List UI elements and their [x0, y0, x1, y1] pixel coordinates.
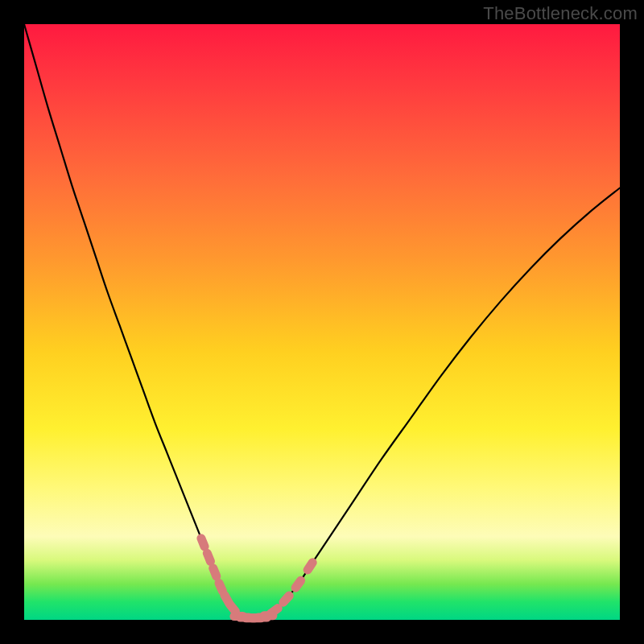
marker-group-bottom [234, 616, 273, 618]
curve-marker [230, 605, 236, 612]
curve-marker [201, 539, 204, 547]
watermark-text: TheBottleneck.com [483, 3, 638, 24]
plot-area [24, 24, 620, 620]
curve-marker [207, 553, 210, 561]
curve-marker [219, 583, 222, 591]
curve-svg [24, 24, 620, 620]
curve-marker [213, 568, 217, 576]
marker-group-right [270, 563, 312, 613]
curve-marker [308, 563, 312, 570]
bottleneck-curve [24, 24, 620, 618]
marker-group-left [201, 539, 235, 612]
curve-marker [295, 580, 300, 588]
curve-marker [283, 596, 289, 602]
chart-stage: TheBottleneck.com [0, 0, 644, 644]
